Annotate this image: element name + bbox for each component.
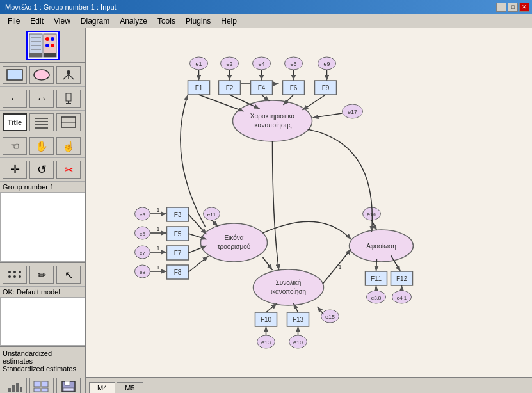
tool-grid-3: Title (0, 111, 85, 134)
tool-grid-1 (0, 63, 85, 87)
hlines-tool[interactable] (56, 113, 81, 131)
cursor2-tool[interactable]: ↖ (56, 266, 81, 284)
bottom-tabs: M4 M5 (86, 377, 532, 393)
left-toolbar: ← ↔ Title (0, 28, 86, 393)
svg-text:F5: F5 (174, 230, 182, 237)
point-tool[interactable]: ☝ (56, 137, 81, 155)
svg-text:F8: F8 (174, 269, 182, 276)
svg-point-27 (8, 271, 11, 273)
tab-m4[interactable]: M4 (89, 382, 115, 393)
minimize-button[interactable]: _ (496, 3, 506, 12)
svg-text:ικανοποίησης: ικανοποίησης (254, 122, 292, 129)
svg-text:Συνολική: Συνολική (276, 279, 302, 286)
svg-line-15 (63, 74, 69, 79)
pen-tool[interactable]: ✏ (29, 266, 54, 284)
close-button[interactable]: ✕ (519, 3, 529, 12)
svg-text:F10: F10 (261, 316, 272, 323)
histogram-tool[interactable] (3, 378, 27, 393)
svg-rect-37 (34, 381, 40, 387)
title-text: Μοντέλο 1 : Group number 1 : Input (3, 3, 117, 11)
tab-m5[interactable]: M5 (117, 382, 143, 393)
svg-text:F4: F4 (258, 84, 266, 92)
svg-point-28 (13, 271, 16, 273)
menu-view[interactable]: View (49, 15, 76, 27)
menu-diagram[interactable]: Diagram (76, 15, 115, 27)
svg-text:F2: F2 (226, 84, 234, 92)
standardized-label: Standardized estimates (3, 365, 83, 373)
svg-text:e17: e17 (348, 109, 357, 115)
svg-rect-43 (63, 388, 74, 391)
lines-tool[interactable] (29, 113, 54, 131)
node-tool[interactable] (56, 66, 81, 84)
menu-file[interactable]: File (3, 15, 25, 27)
svg-text:e5: e5 (140, 231, 145, 237)
svg-point-31 (13, 275, 16, 278)
tool-grid-7 (0, 375, 85, 393)
svg-text:F3: F3 (174, 211, 182, 218)
tool-grid-5: ✛ ↺ ✂ (0, 158, 85, 182)
svg-text:e10: e10 (293, 339, 303, 346)
move-all-tool[interactable]: ✛ (3, 161, 27, 179)
title-tool[interactable]: Title (3, 113, 27, 131)
svg-point-9 (45, 44, 49, 47)
svg-text:1: 1 (157, 245, 160, 252)
menu-help[interactable]: Help (216, 15, 242, 27)
dots3-tool[interactable] (3, 266, 27, 284)
svg-rect-5 (29, 53, 42, 57)
double-arrow-tool[interactable]: ↔ (29, 90, 54, 108)
model-status-panel: OK: Default model (0, 287, 85, 347)
svg-point-119 (201, 223, 268, 262)
maximize-button[interactable]: □ (508, 3, 518, 12)
svg-text:e3.8: e3.8 (371, 295, 382, 301)
group-label: Group number 1 (0, 182, 85, 193)
svg-text:τροορισμού: τροορισμού (218, 243, 251, 250)
model-strip (0, 28, 85, 63)
rotate-tool[interactable]: ↺ (29, 161, 54, 179)
diagram-svg[interactable]: e1 e2 e4 e6 e9 F1 F2 F4 (86, 28, 532, 393)
svg-text:Εικόνα: Εικόνα (224, 234, 243, 241)
svg-point-8 (51, 37, 54, 41)
hand-left-tool[interactable]: ☜ (3, 137, 27, 155)
svg-rect-34 (12, 385, 15, 392)
svg-rect-12 (7, 70, 22, 80)
floppy-tool[interactable] (56, 378, 81, 393)
svg-line-162 (376, 259, 377, 271)
open-hand-tool[interactable]: ✋ (29, 137, 54, 155)
scissors-tool[interactable]: ✂ (56, 161, 81, 179)
tool-grid-4: ☜ ✋ ☝ (0, 134, 85, 158)
indicator-tool[interactable] (56, 90, 81, 108)
unstandardized-label: Unstandardized estimates (3, 349, 83, 365)
svg-text:F13: F13 (293, 316, 304, 323)
svg-text:e2: e2 (226, 61, 232, 67)
svg-text:1: 1 (157, 226, 160, 232)
tool-grid-6: ✏ ↖ (0, 263, 85, 287)
menu-edit[interactable]: Edit (25, 15, 49, 27)
svg-point-13 (34, 70, 49, 80)
menu-plugins[interactable]: Plugins (181, 15, 216, 27)
svg-rect-38 (42, 381, 48, 387)
svg-rect-11 (44, 53, 56, 57)
svg-text:F12: F12 (396, 275, 408, 282)
model-icon-1[interactable] (26, 31, 60, 60)
menu-tools[interactable]: Tools (152, 15, 181, 27)
svg-point-30 (8, 275, 11, 278)
menu-analyze[interactable]: Analyze (115, 15, 152, 27)
title-bar: Μοντέλο 1 : Group number 1 : Input _ □ ✕ (0, 0, 532, 14)
svg-text:e11: e11 (207, 212, 216, 218)
svg-point-7 (45, 37, 49, 41)
ellipse-tool[interactable] (29, 66, 54, 84)
arrow-left-tool[interactable]: ← (3, 90, 27, 108)
grid2-tool[interactable] (29, 378, 54, 393)
svg-text:e6: e6 (290, 61, 296, 67)
svg-rect-18 (66, 93, 71, 101)
rect-tool[interactable] (3, 66, 27, 84)
svg-text:F7: F7 (174, 250, 182, 257)
svg-rect-36 (20, 387, 22, 392)
svg-point-10 (51, 44, 54, 47)
svg-text:ικανοποίηση: ικανοποίηση (271, 288, 306, 295)
svg-text:Αφοσίωση: Αφοσίωση (366, 243, 396, 250)
svg-text:e9: e9 (323, 61, 330, 67)
svg-text:e7: e7 (140, 250, 145, 256)
title-bar-buttons[interactable]: _ □ ✕ (496, 3, 529, 12)
svg-text:e3: e3 (140, 212, 145, 218)
